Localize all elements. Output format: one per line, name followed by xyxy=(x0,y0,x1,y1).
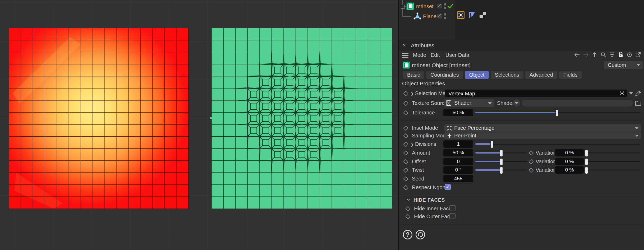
keyframe-diamond-icon[interactable] xyxy=(403,176,408,182)
lock-icon[interactable] xyxy=(618,52,624,58)
chevron-right-icon[interactable]: ❯ xyxy=(410,91,414,96)
new-window-icon[interactable] xyxy=(635,52,641,58)
eyedropper-icon[interactable] xyxy=(635,90,641,97)
keyframe-diamond-icon[interactable] xyxy=(403,110,408,115)
render-visibility-dot[interactable] xyxy=(444,17,446,19)
vertex-map-dots-icon xyxy=(619,91,625,96)
row-inset-mode: Inset Mode Face Percentage xyxy=(399,124,643,132)
viewport-canvas[interactable] xyxy=(0,0,398,250)
keyframe-diamond-icon[interactable] xyxy=(403,185,408,190)
menu-edit[interactable]: Edit xyxy=(431,52,440,58)
variation-value[interactable]: 0 % xyxy=(555,158,584,165)
tab-fields[interactable]: Fields xyxy=(559,71,582,79)
texture-source-dropdown[interactable]: Shader xyxy=(444,99,494,107)
tab-object[interactable]: Object xyxy=(465,71,489,79)
hide-outer-faces-checkbox[interactable] xyxy=(449,213,456,219)
object-name[interactable]: mtInset xyxy=(416,3,434,10)
folder-icon[interactable] xyxy=(635,100,641,106)
variation-slider[interactable] xyxy=(586,149,640,156)
slider-fill xyxy=(475,161,501,162)
enabled-check-icon[interactable] xyxy=(447,3,454,9)
preset-dropdown[interactable]: Custom xyxy=(604,61,643,69)
target-mode-icon[interactable] xyxy=(626,52,633,58)
close-icon[interactable]: × xyxy=(401,42,407,48)
divisions-slider[interactable] xyxy=(475,140,640,148)
help-button[interactable]: ? xyxy=(403,230,412,239)
history-forward-icon[interactable] xyxy=(583,52,589,58)
variation-value[interactable]: 0 % xyxy=(555,166,584,174)
render-visibility-dot[interactable] xyxy=(444,7,446,9)
editor-visibility-dot[interactable] xyxy=(444,3,446,6)
offset-value[interactable]: 0 xyxy=(443,158,473,165)
amount-slider[interactable] xyxy=(475,149,527,156)
menu-user-data[interactable]: User Data xyxy=(445,52,469,58)
tab-selections[interactable]: Selections xyxy=(491,71,523,79)
reset-button[interactable] xyxy=(416,230,425,239)
keyframe-diamond-icon[interactable] xyxy=(405,206,411,211)
slider-handle[interactable] xyxy=(500,158,503,165)
property-label: Amount xyxy=(412,150,430,156)
slider-handle[interactable] xyxy=(585,150,588,157)
tolerance-slider[interactable] xyxy=(475,109,640,116)
divisions-value[interactable]: 1 xyxy=(443,140,473,148)
variation-label: Variation xyxy=(536,150,556,156)
slider-handle[interactable] xyxy=(585,158,588,165)
twist-value[interactable]: 0 ° xyxy=(443,166,473,174)
layer-toggle-icon[interactable] xyxy=(437,14,442,18)
tab-basic[interactable]: Basic xyxy=(403,71,424,79)
layer-toggle-icon[interactable] xyxy=(437,4,442,8)
keyframe-diamond-icon[interactable] xyxy=(403,159,408,164)
inset-mode-dropdown[interactable]: Face Percentage xyxy=(444,124,641,132)
selection-map-field[interactable]: Vertex Map xyxy=(445,90,627,97)
keyframe-diamond-icon[interactable] xyxy=(528,150,534,156)
seed-value[interactable]: 455 xyxy=(443,175,473,182)
keyframe-diamond-icon[interactable] xyxy=(528,168,534,173)
tolerance-value[interactable]: 50 % xyxy=(443,109,473,116)
keyframe-diamond-icon[interactable] xyxy=(403,133,408,138)
shader-secondary-label: Shader xyxy=(497,100,514,106)
tab-advanced[interactable]: Advanced xyxy=(525,71,557,79)
chevron-right-icon[interactable]: ❯ xyxy=(410,142,414,147)
keyframe-diamond-icon[interactable] xyxy=(403,101,408,106)
history-back-icon[interactable] xyxy=(574,52,580,58)
group-hide-faces-header[interactable]: ˅ HIDE FACES xyxy=(399,197,643,205)
keyframe-diamond-icon[interactable] xyxy=(403,126,408,131)
keyframe-diamond-icon[interactable] xyxy=(528,159,534,164)
respect-ngon-checkbox[interactable] xyxy=(445,184,451,190)
slider-handle[interactable] xyxy=(490,141,493,148)
menu-mode[interactable]: Mode xyxy=(413,52,426,58)
amount-value[interactable]: 50 % xyxy=(443,149,473,156)
variation-slider[interactable] xyxy=(586,158,640,165)
filter-icon[interactable] xyxy=(609,52,615,58)
shader-preset-button[interactable] xyxy=(513,99,520,107)
keyframe-diamond-icon[interactable] xyxy=(403,150,408,156)
slider-track xyxy=(586,161,640,162)
slider-handle[interactable] xyxy=(500,167,503,174)
parent-up-icon[interactable] xyxy=(591,52,598,58)
polygon-object-icon xyxy=(413,12,422,21)
keyframe-diamond-icon[interactable] xyxy=(403,142,408,147)
hide-inner-faces-checkbox[interactable] xyxy=(449,205,456,211)
offset-slider[interactable] xyxy=(475,158,527,165)
dropdown-arrow-icon[interactable] xyxy=(629,92,633,94)
uvw-tag[interactable] xyxy=(479,11,486,19)
vertex-map-tag[interactable] xyxy=(457,11,464,19)
slider-handle[interactable] xyxy=(555,109,558,117)
hamburger-menu-icon[interactable] xyxy=(402,53,409,58)
twist-slider[interactable] xyxy=(475,166,527,174)
object-name[interactable]: Plane xyxy=(423,13,436,20)
phong-tag[interactable] xyxy=(468,11,476,19)
shader-link-field[interactable] xyxy=(522,100,633,107)
expand-collapse-toggle[interactable] xyxy=(401,5,405,9)
tab-coordinates[interactable]: Coordinates xyxy=(426,71,463,79)
variation-value[interactable]: 0 % xyxy=(555,149,584,156)
editor-visibility-dot[interactable] xyxy=(444,13,446,16)
slider-handle[interactable] xyxy=(500,150,503,157)
keyframe-diamond-icon[interactable] xyxy=(403,168,408,173)
search-icon[interactable] xyxy=(600,52,606,58)
keyframe-diamond-icon[interactable] xyxy=(403,91,408,96)
variation-slider[interactable] xyxy=(586,166,640,174)
keyframe-diamond-icon[interactable] xyxy=(405,214,411,219)
sampling-mode-dropdown[interactable]: Per-Point xyxy=(444,132,641,139)
slider-handle[interactable] xyxy=(585,167,588,174)
